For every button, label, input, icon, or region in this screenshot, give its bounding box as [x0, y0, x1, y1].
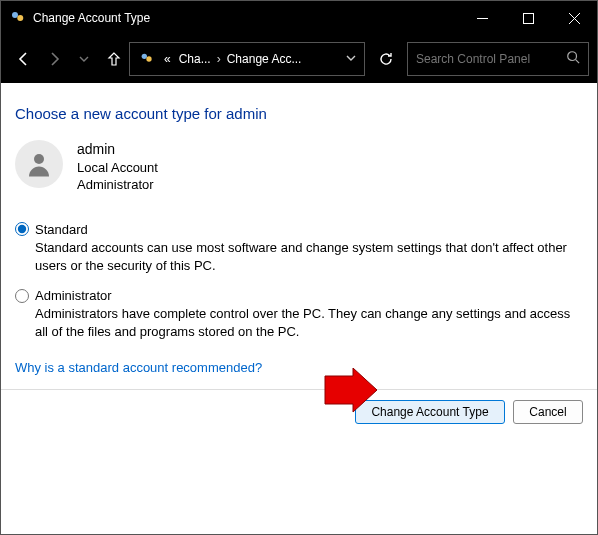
user-info: admin Local Account Administrator: [77, 140, 158, 194]
search-input[interactable]: [416, 52, 566, 66]
option-standard-desc: Standard accounts can use most software …: [35, 239, 583, 274]
titlebar: Change Account Type: [1, 1, 597, 35]
search-icon[interactable]: [566, 50, 580, 68]
user-account-type: Local Account: [77, 159, 158, 177]
content: Choose a new account type for admin admi…: [1, 83, 597, 424]
help-link[interactable]: Why is a standard account recommended?: [15, 360, 262, 375]
user-accounts-icon: [9, 9, 27, 27]
breadcrumb-part[interactable]: Cha...: [175, 52, 215, 66]
option-administrator-label: Administrator: [35, 288, 112, 303]
option-administrator: Administrator Administrators have comple…: [15, 288, 583, 340]
user-role: Administrator: [77, 176, 158, 194]
user-summary: admin Local Account Administrator: [15, 140, 583, 194]
svg-point-1: [17, 15, 23, 21]
chevron-right-icon: ›: [215, 52, 223, 66]
button-row: Change Account Type Cancel: [15, 390, 583, 424]
user-accounts-icon: [138, 51, 156, 67]
chevron-down-icon[interactable]: [346, 52, 356, 66]
user-name: admin: [77, 140, 158, 159]
radio-standard[interactable]: [15, 222, 29, 236]
breadcrumb-part[interactable]: Change Acc...: [223, 52, 306, 66]
page-heading: Choose a new account type for admin: [15, 105, 583, 122]
recent-locations-button[interactable]: [69, 42, 99, 76]
close-button[interactable]: [551, 1, 597, 35]
search-box[interactable]: [407, 42, 589, 76]
cancel-button[interactable]: Cancel: [513, 400, 583, 424]
window-controls: [459, 1, 597, 35]
avatar: [15, 140, 63, 188]
minimize-button[interactable]: [459, 1, 505, 35]
svg-point-5: [568, 52, 577, 61]
svg-point-6: [34, 154, 44, 164]
back-button[interactable]: [9, 42, 39, 76]
navbar: « Cha... › Change Acc...: [1, 35, 597, 83]
forward-button[interactable]: [39, 42, 69, 76]
option-standard: Standard Standard accounts can use most …: [15, 222, 583, 274]
option-standard-row[interactable]: Standard: [15, 222, 583, 237]
svg-point-4: [146, 56, 151, 61]
option-standard-label: Standard: [35, 222, 88, 237]
window-title: Change Account Type: [33, 11, 459, 25]
option-administrator-desc: Administrators have complete control ove…: [35, 305, 583, 340]
refresh-button[interactable]: [371, 42, 401, 76]
option-administrator-row[interactable]: Administrator: [15, 288, 583, 303]
up-button[interactable]: [99, 42, 129, 76]
radio-administrator[interactable]: [15, 289, 29, 303]
breadcrumb-prefix: «: [160, 52, 175, 66]
svg-point-0: [12, 12, 18, 18]
breadcrumb[interactable]: « Cha... › Change Acc...: [129, 42, 365, 76]
maximize-button[interactable]: [505, 1, 551, 35]
change-account-type-button[interactable]: Change Account Type: [355, 400, 505, 424]
svg-point-3: [142, 54, 147, 59]
svg-rect-2: [523, 13, 533, 23]
